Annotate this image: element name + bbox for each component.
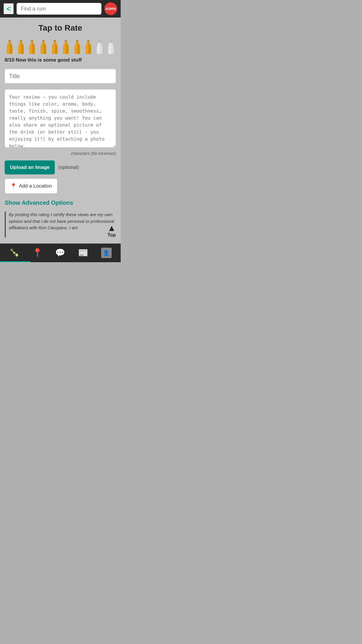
bottle-7[interactable] bbox=[72, 39, 82, 54]
optional-label: (optional) bbox=[58, 164, 79, 170]
bottle-6[interactable] bbox=[61, 39, 71, 54]
back-button[interactable]: < bbox=[3, 3, 14, 14]
review-textarea[interactable] bbox=[5, 89, 116, 148]
bottle-2[interactable] bbox=[16, 39, 26, 54]
svg-rect-9 bbox=[54, 41, 56, 41]
nav-item-rum[interactable]: 🍾 bbox=[3, 246, 26, 259]
nav-item-location[interactable]: 📍 bbox=[26, 246, 49, 259]
svg-rect-17 bbox=[99, 41, 101, 41]
svg-rect-15 bbox=[87, 41, 89, 41]
bottle-3[interactable] bbox=[27, 39, 37, 54]
rum-icon: 🍾 bbox=[9, 249, 20, 257]
rating-label: 8/10 Now this is some good stuff bbox=[5, 57, 116, 63]
bottle-10[interactable] bbox=[106, 39, 116, 54]
bottle-9[interactable] bbox=[95, 39, 105, 54]
bottom-nav: 🍾 📍 💬 📰 👤 bbox=[0, 244, 121, 262]
scroll-top-button[interactable]: ▲ Top bbox=[107, 224, 116, 238]
disclaimer-bar bbox=[5, 211, 6, 238]
bottom-active-indicator bbox=[0, 261, 30, 262]
disclaimer-text: By posting this rating I certify these v… bbox=[9, 211, 116, 231]
news-icon: 📰 bbox=[78, 249, 88, 257]
location-button[interactable]: 📍 Add a Location bbox=[5, 178, 57, 194]
bottle-8[interactable] bbox=[83, 39, 94, 54]
upload-row: Upload an Image (optional) bbox=[5, 160, 116, 174]
svg-rect-11 bbox=[65, 41, 67, 41]
nav-item-profile[interactable]: 👤 bbox=[95, 245, 118, 260]
top-label: Top bbox=[108, 232, 116, 238]
nav-item-chat[interactable]: 💬 bbox=[49, 246, 72, 259]
char-hint: characters (50 minimum) bbox=[5, 151, 116, 156]
rating-row[interactable] bbox=[5, 39, 116, 54]
top-arrow-icon: ▲ bbox=[107, 224, 116, 232]
location-btn-label: Add a Location bbox=[19, 183, 52, 189]
chat-icon: 💬 bbox=[55, 249, 65, 257]
bottle-4[interactable] bbox=[38, 39, 49, 54]
svg-rect-13 bbox=[76, 41, 78, 41]
advanced-options-link[interactable]: Show Advanced Options bbox=[5, 200, 116, 206]
upload-button[interactable]: Upload an Image bbox=[5, 160, 55, 174]
nav-item-news[interactable]: 📰 bbox=[72, 246, 95, 259]
admin-button[interactable]: ADMIN bbox=[104, 2, 117, 15]
svg-rect-1 bbox=[9, 41, 10, 41]
svg-rect-3 bbox=[20, 41, 22, 41]
location-icon: 📍 bbox=[10, 183, 17, 189]
bottle-1[interactable] bbox=[5, 39, 15, 54]
svg-rect-5 bbox=[31, 41, 33, 41]
avatar: 👤 bbox=[101, 248, 112, 258]
disclaimer-wrapper: By posting this rating I certify these v… bbox=[5, 211, 116, 238]
search-input[interactable] bbox=[17, 3, 101, 15]
bottle-5[interactable] bbox=[50, 39, 60, 54]
header: < ADMIN bbox=[0, 0, 121, 18]
map-pin-icon: 📍 bbox=[32, 249, 43, 257]
main-content: Tap to Rate bbox=[0, 18, 121, 244]
svg-rect-19 bbox=[110, 41, 112, 41]
title-input[interactable] bbox=[5, 69, 116, 83]
svg-rect-7 bbox=[43, 41, 44, 41]
section-title: Tap to Rate bbox=[5, 23, 116, 33]
